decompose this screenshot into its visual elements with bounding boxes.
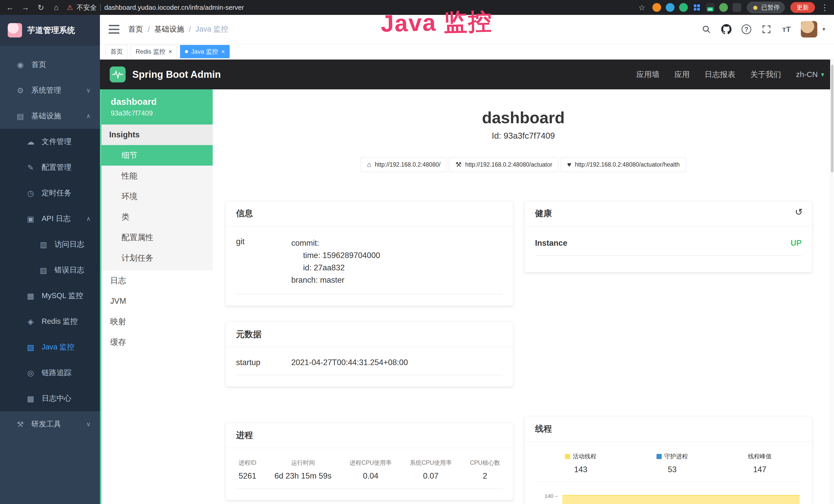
threads-legend: 活动线程 143 守护进程 — [535, 450, 802, 482]
sba-menu-details[interactable]: 细节 — [102, 145, 213, 166]
actuator-url-link[interactable]: ⚒ http://192.168.0.2:48080/actuator — [449, 157, 559, 172]
pencil-icon: ✎ — [26, 163, 36, 172]
sba-menu-classes[interactable]: 类 — [102, 207, 213, 227]
app-sidebar: 芋道管理系统 ◉ 首页 ⚙ 系统管理 ∨ ▤ 基础设施 ∧ ☁ 文件管理 — [0, 15, 100, 504]
locale-selector[interactable]: zh-CN ▾ — [796, 70, 824, 79]
sidebar-item-dev-tools[interactable]: ⚒ 研发工具 ∨ — [0, 411, 100, 437]
gear-icon: ⚙ — [16, 86, 25, 95]
avatar[interactable] — [801, 21, 817, 38]
sba-nav-about[interactable]: 关于我们 — [750, 69, 781, 80]
sba-menu-environment[interactable]: 环境 — [102, 186, 213, 207]
sba-menu-metrics[interactable]: 性能 — [102, 166, 213, 186]
bookmark-star-icon[interactable]: ☆ — [637, 3, 647, 12]
row-label: startup — [236, 358, 291, 367]
chevron-down-icon: ∨ — [86, 87, 91, 94]
cards-area: 信息 git commit: time: 1596289704000 id: 2… — [213, 201, 834, 504]
history-icon[interactable]: ↺ — [795, 207, 803, 217]
extension-icon-5[interactable]: on — [706, 3, 715, 12]
scrollbar-thumb[interactable] — [831, 65, 833, 173]
active-tab-dot — [185, 50, 188, 53]
service-url-link[interactable]: ⌂ http://192.168.0.2:48080/ — [360, 157, 447, 172]
sba-menu-caches[interactable]: 缓存 — [102, 332, 213, 352]
legend-label: 线程峰值 — [748, 452, 772, 460]
infra-submenu: ☁ 文件管理 ✎ 配置管理 ◷ 定时任务 ▣ API 日志 ∧ ▥ — [0, 129, 100, 411]
reload-icon[interactable]: ↻ — [36, 3, 46, 12]
sidebar-item-log-center[interactable]: ▩ 日志中心 — [0, 386, 100, 411]
breadcrumb-home[interactable]: 首页 — [128, 24, 143, 35]
tab-java-monitor[interactable]: Java 监控 × — [180, 45, 229, 58]
sidebar-item-mysql-monitor[interactable]: ▦ MySQL 监控 — [0, 283, 100, 308]
sba-nav-applications[interactable]: 应用 — [674, 69, 690, 80]
instance-header[interactable]: dashboard 93a3fc7f7409 — [102, 89, 213, 124]
security-warning-text[interactable]: 不安全 — [76, 3, 96, 12]
help-icon[interactable]: ? — [741, 24, 752, 35]
health-instance-row[interactable]: Instance UP — [535, 235, 802, 256]
sba-logo-icon[interactable] — [110, 67, 126, 83]
address-divider — [100, 4, 101, 11]
extension-icon-6[interactable] — [719, 3, 728, 12]
sidebar-item-api-logs[interactable]: ▣ API 日志 ∧ — [0, 206, 100, 232]
sba-brand-title[interactable]: Spring Boot Admin — [132, 69, 221, 80]
browser-menu-icon[interactable]: ⋮ — [821, 3, 829, 12]
extension-icon-2[interactable] — [666, 3, 675, 12]
fullscreen-icon[interactable] — [761, 24, 772, 35]
sidebar-item-system[interactable]: ⚙ 系统管理 ∨ — [0, 77, 100, 103]
font-size-icon[interactable]: тT — [781, 24, 792, 35]
screen-root: ← → ↻ ⌂ ⚠ 不安全 dashboard.yudao.iocoder.cn… — [0, 0, 834, 504]
url-text[interactable]: dashboard.yudao.iocoder.cn/infra/admin-s… — [104, 4, 244, 12]
sidebar-item-home[interactable]: ◉ 首页 — [0, 52, 100, 77]
close-icon[interactable]: × — [221, 48, 225, 55]
health-url-link[interactable]: ♥ http://192.168.0.2:48080/actuator/heal… — [561, 157, 686, 172]
git-branch-line: branch: master — [291, 274, 380, 286]
heart-icon: ♥ — [567, 161, 571, 169]
sba-nav-wallboard[interactable]: 应用墙 — [636, 69, 659, 80]
avatar-caret-icon[interactable]: ▾ — [822, 26, 825, 32]
process-card: 进程 进程ID 5261 运行时间 6d 23h 15m 59 — [225, 422, 513, 500]
extension-icon-4[interactable] — [693, 3, 701, 12]
tools-icon: ⚒ — [16, 420, 25, 429]
tab-home[interactable]: 首页 — [106, 45, 128, 58]
github-icon[interactable] — [721, 24, 732, 35]
sidebar-item-redis-monitor[interactable]: ◈ Redis 监控 — [0, 308, 100, 334]
sidebar-item-file-manage[interactable]: ☁ 文件管理 — [0, 129, 100, 155]
link-text: http://192.168.0.2:48080/ — [375, 161, 440, 168]
tab-redis-monitor[interactable]: Redis 监控 × — [131, 45, 177, 58]
home-icon[interactable]: ⌂ — [51, 3, 61, 12]
sidebar-item-error-logs[interactable]: ▨ 错误日志 — [0, 257, 100, 283]
paused-badge[interactable]: ☻ 已暂停 — [747, 2, 785, 13]
sba-menu-logging[interactable]: 日志 — [102, 270, 213, 291]
sba-menu-jvm[interactable]: JVM — [102, 291, 213, 312]
extensions-puzzle-icon[interactable] — [732, 3, 741, 12]
sba-menu-config-props[interactable]: 配置属性 — [102, 227, 213, 248]
sidebar-item-tracing[interactable]: ◎ 链路追踪 — [0, 360, 100, 386]
update-button[interactable]: 更新 — [790, 2, 815, 13]
sidebar-item-access-logs[interactable]: ▥ 访问日志 — [0, 232, 100, 257]
row-label: git — [236, 237, 291, 286]
sidebar-item-infra[interactable]: ▤ 基础设施 ∧ — [0, 103, 100, 129]
sba-menu-mappings[interactable]: 映射 — [102, 312, 213, 332]
sidebar-item-java-monitor[interactable]: ▧ Java 监控 — [0, 334, 100, 360]
close-icon[interactable]: × — [169, 48, 172, 55]
sidebar-item-config-manage[interactable]: ✎ 配置管理 — [0, 155, 100, 180]
extension-icon-1[interactable] — [652, 3, 661, 12]
stat-label: 进程CPU使用率 — [350, 459, 392, 467]
address-bar[interactable]: ⚠ 不安全 dashboard.yudao.iocoder.cn/infra/a… — [67, 3, 244, 12]
search-icon[interactable] — [701, 24, 712, 35]
health-card: 健康 ↺ Instance UP — [525, 201, 812, 272]
database-icon: ▦ — [26, 292, 36, 300]
scrollbar-track[interactable] — [830, 60, 834, 504]
git-commit-line: commit: — [291, 237, 380, 249]
forward-icon[interactable]: → — [21, 3, 30, 12]
sidebar-item-scheduled-jobs[interactable]: ◷ 定时任务 — [0, 180, 100, 206]
legend-peak-threads: 线程峰值 147 — [748, 452, 772, 474]
back-icon[interactable]: ← — [5, 3, 15, 12]
sba-menu-scheduled-tasks[interactable]: 计划任务 — [102, 248, 213, 268]
dashboard-icon: ◉ — [16, 60, 25, 69]
chevron-down-icon: ▾ — [821, 71, 824, 78]
breadcrumb-infra[interactable]: 基础设施 — [154, 24, 184, 35]
sidebar-item-label: 研发工具 — [31, 419, 80, 429]
sba-nav-journal[interactable]: 日志报表 — [705, 69, 736, 80]
app-logo[interactable]: 芋道管理系统 — [0, 15, 100, 46]
extension-icon-3[interactable] — [679, 3, 688, 12]
hamburger-icon[interactable] — [109, 25, 119, 33]
